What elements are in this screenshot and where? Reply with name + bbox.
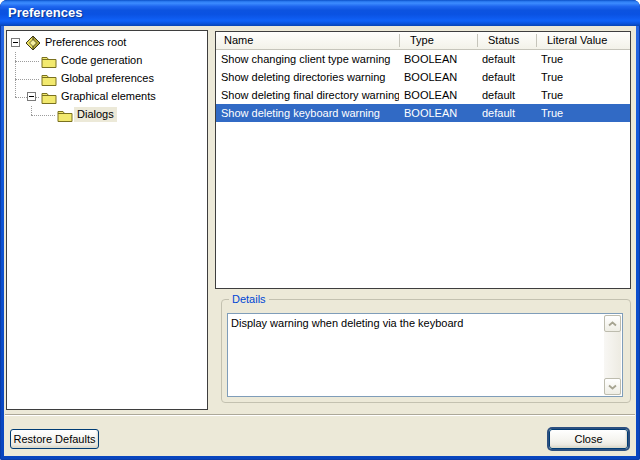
minus-icon bbox=[13, 42, 18, 43]
chevron-up-icon bbox=[608, 321, 617, 327]
scroll-up-button[interactable] bbox=[604, 315, 621, 332]
folder-icon bbox=[57, 109, 73, 124]
close-button[interactable]: Close bbox=[549, 429, 628, 449]
details-text: Display warning when deleting via the ke… bbox=[231, 316, 602, 330]
cell-status: default bbox=[477, 104, 536, 122]
details-group-label: Details bbox=[229, 293, 269, 306]
tree-item-label: Preferences root bbox=[42, 35, 129, 50]
cell-literal-value: True bbox=[536, 104, 630, 122]
tree-expander-minus[interactable] bbox=[11, 38, 20, 47]
tree-item-graphical-elements[interactable]: Graphical elements bbox=[7, 88, 207, 106]
cell-status: default bbox=[477, 68, 536, 86]
tree-item-preferences-root[interactable]: Preferences root bbox=[7, 34, 207, 52]
gem-icon bbox=[25, 35, 41, 53]
folder-icon bbox=[41, 55, 57, 70]
details-textbox[interactable]: Display warning when deleting via the ke… bbox=[227, 313, 623, 397]
tree-connector-line bbox=[15, 52, 16, 97]
titlebar[interactable]: Preferences bbox=[0, 0, 640, 26]
cell-type: BOOLEAN bbox=[399, 50, 477, 68]
table-header: NameTypeStatusLiteral Value bbox=[216, 32, 630, 50]
cell-status: default bbox=[477, 50, 536, 68]
separator bbox=[5, 414, 635, 416]
cell-name: Show deleting final directory warning bbox=[216, 86, 399, 104]
column-header-type[interactable]: Type bbox=[399, 32, 477, 49]
table-row-show-deleting-final-directory-warning[interactable]: Show deleting final directory warningBOO… bbox=[216, 86, 630, 104]
table-row-show-changing-client-type-warning[interactable]: Show changing client type warningBOOLEAN… bbox=[216, 50, 630, 68]
column-header-literal-value[interactable]: Literal Value bbox=[536, 32, 630, 49]
cell-type: BOOLEAN bbox=[399, 68, 477, 86]
dialog-client-area: Preferences rootCode generationGlobal pr… bbox=[4, 26, 636, 456]
restore-defaults-button[interactable]: Restore Defaults bbox=[10, 429, 99, 449]
tree-connector-line bbox=[15, 79, 39, 80]
table-row-show-deleting-keyboard-warning[interactable]: Show deleting keyboard warningBOOLEANdef… bbox=[216, 104, 630, 122]
tree-connector-line bbox=[31, 115, 55, 116]
cell-literal-value: True bbox=[536, 86, 630, 104]
window-title: Preferences bbox=[8, 5, 82, 20]
preferences-table: NameTypeStatusLiteral Value Show changin… bbox=[215, 31, 631, 289]
cell-type: BOOLEAN bbox=[399, 86, 477, 104]
folder-icon bbox=[41, 91, 57, 106]
cell-literal-value: True bbox=[536, 50, 630, 68]
details-scrollbar[interactable] bbox=[604, 315, 621, 395]
table-body: Show changing client type warningBOOLEAN… bbox=[216, 50, 630, 122]
tree-item-label: Global preferences bbox=[58, 71, 157, 86]
tree-item-label: Graphical elements bbox=[58, 89, 159, 104]
tree-item-label: Code generation bbox=[58, 53, 145, 68]
table-row-show-deleting-directories-warning[interactable]: Show deleting directories warningBOOLEAN… bbox=[216, 68, 630, 86]
tree-connector-line bbox=[15, 61, 39, 62]
tree-expander-minus[interactable] bbox=[27, 92, 36, 101]
cell-type: BOOLEAN bbox=[399, 104, 477, 122]
tree-item-global-preferences[interactable]: Global preferences bbox=[7, 70, 207, 88]
cell-name: Show changing client type warning bbox=[216, 50, 399, 68]
tree-item-dialogs[interactable]: Dialogs bbox=[7, 106, 207, 124]
column-header-name[interactable]: Name bbox=[216, 32, 399, 49]
scroll-down-button[interactable] bbox=[604, 378, 621, 395]
cell-status: default bbox=[477, 86, 536, 104]
preferences-tree: Preferences rootCode generationGlobal pr… bbox=[6, 30, 208, 410]
preferences-window: Preferences Preferences rootCode generat… bbox=[0, 0, 640, 460]
tree-item-label: Dialogs bbox=[74, 107, 117, 122]
minus-icon bbox=[29, 96, 34, 97]
column-header-status[interactable]: Status bbox=[477, 32, 536, 49]
cell-name: Show deleting keyboard warning bbox=[216, 104, 399, 122]
chevron-down-icon bbox=[608, 384, 617, 390]
tree-connector-line bbox=[31, 106, 32, 115]
tree-item-code-generation[interactable]: Code generation bbox=[7, 52, 207, 70]
cell-literal-value: True bbox=[536, 68, 630, 86]
folder-icon bbox=[41, 73, 57, 88]
cell-name: Show deleting directories warning bbox=[216, 68, 399, 86]
